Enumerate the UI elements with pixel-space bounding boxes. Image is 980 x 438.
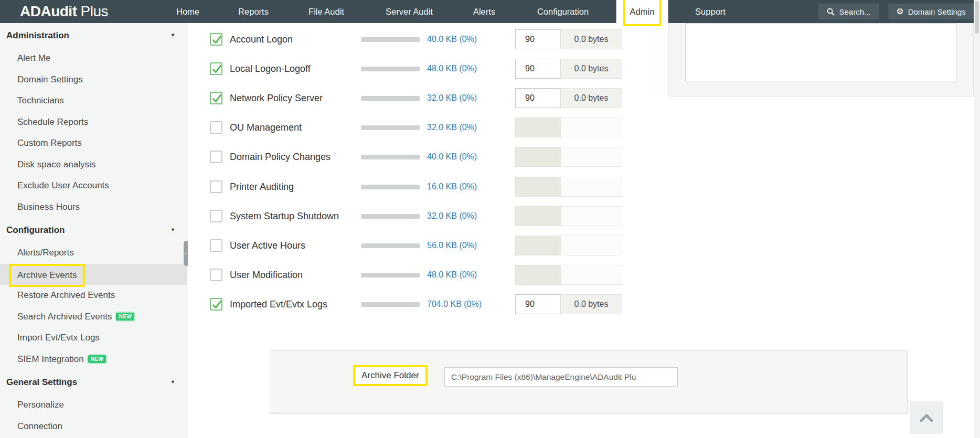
category-label: Imported Evt/Evtx Logs (230, 290, 327, 319)
nav-item-file-audit[interactable]: File Audit (308, 0, 344, 23)
scrollbar-thumb[interactable] (975, 1, 979, 34)
category-size-link[interactable]: 48.0 KB (0%) (427, 54, 477, 83)
sidebar-item-import-evt-evtx-logs[interactable]: Import Evt/Evtx Logs (0, 327, 187, 349)
checkbox-unchecked[interactable] (210, 210, 222, 222)
checkbox-checked[interactable] (210, 33, 222, 46)
category-size-link[interactable]: 32.0 KB (0%) (427, 201, 477, 231)
sidebar-item-connection[interactable]: Connection (0, 416, 187, 437)
vertical-scrollbar[interactable] (974, 0, 980, 438)
sidebar-item-restore-archived-events[interactable]: Restore Archived Events (0, 285, 187, 306)
category-size-link[interactable]: 56.0 KB (0%) (427, 231, 477, 260)
category-label: Local Logon-Logoff (230, 54, 311, 83)
scroll-to-top-button[interactable] (910, 401, 943, 434)
category-size-link[interactable]: 40.0 KB (0%) (427, 142, 477, 172)
sidebar-item-label: Import Evt/Evtx Logs (17, 333, 100, 343)
checkbox-unchecked[interactable] (210, 121, 222, 134)
category-size-link[interactable]: 704.0 KB (0%) (427, 290, 482, 319)
category-label: User Active Hours (230, 231, 305, 260)
sidebar-section-general-settings[interactable]: General Settings▼ (0, 370, 187, 394)
archived-size-readonly-empty (560, 236, 622, 255)
sidebar-item-exclude-user-accounts[interactable]: Exclude User Accounts (0, 175, 187, 197)
nav-item-alerts[interactable]: Alerts (473, 0, 495, 23)
category-size-link[interactable]: 16.0 KB (0%) (427, 172, 477, 201)
archive-row-imported-evt-evtx-logs: Imported Evt/Evtx Logs704.0 KB (0%)0.0 b… (188, 290, 635, 319)
domain-settings-button[interactable]: ⚙ Domain Settings (888, 4, 974, 19)
search-button-label: Search... (839, 7, 870, 16)
search-icon (827, 8, 835, 16)
nav-item-reports[interactable]: Reports (238, 0, 269, 23)
search-button[interactable]: Search... (818, 4, 879, 19)
retention-days-input[interactable] (515, 88, 560, 108)
category-size-link[interactable]: 32.0 KB (0%) (427, 83, 477, 113)
sidebar-section-administration[interactable]: Administration▼ (0, 23, 187, 48)
info-panel (668, 23, 974, 97)
retention-days-input-disabled (515, 177, 560, 197)
sidebar-item-label: Custom Reports (17, 138, 82, 148)
checkmark-icon (211, 299, 223, 311)
category-size-link[interactable]: 40.0 KB (0%) (427, 25, 477, 54)
checkmark-icon (211, 93, 223, 104)
nav-item-home[interactable]: Home (176, 0, 199, 23)
disk-usage-progress-bar (361, 273, 420, 277)
category-size-link[interactable]: 32.0 KB (0%) (427, 113, 477, 142)
sidebar-item-disk-space-analysis[interactable]: Disk space analysis (0, 154, 187, 176)
nav-item-configuration[interactable]: Configuration (537, 0, 589, 23)
retention-days-input-disabled (515, 147, 560, 167)
category-label: Printer Auditing (230, 172, 294, 201)
nav-item-admin[interactable]: Admin (616, 0, 668, 23)
retention-days-input-disabled (515, 265, 560, 285)
sidebar-item-personalize[interactable]: Personalize (0, 394, 187, 416)
checkbox-unchecked[interactable] (210, 151, 222, 163)
chevron-down-icon: ▼ (171, 218, 175, 242)
checkbox-checked[interactable] (210, 92, 222, 104)
sidebar-item-siem-integration[interactable]: SIEM IntegrationNEW (0, 349, 187, 370)
sidebar-section-label: Configuration (6, 225, 65, 235)
chevron-down-icon: ▼ (171, 23, 175, 48)
sidebar-collapse-icon[interactable]: ‹ (184, 241, 188, 266)
app-logo[interactable]: ADAuditPlus (20, 0, 108, 23)
checkbox-unchecked[interactable] (210, 180, 222, 193)
sidebar-item-label: Business Hours (17, 202, 80, 212)
sidebar-item-label: Alert Me (17, 53, 50, 63)
disk-usage-progress-bar (361, 302, 420, 307)
sidebar-section-configuration[interactable]: Configuration▼ (0, 218, 187, 242)
sidebar-item-schedule-reports[interactable]: Schedule Reports (0, 112, 187, 133)
archived-size-readonly-empty (560, 117, 622, 137)
archive-folder-input[interactable] (444, 367, 678, 387)
new-badge: NEW (88, 355, 106, 363)
retention-days-input[interactable] (515, 294, 560, 314)
category-label: OU Management (230, 113, 302, 142)
sidebar-item-label: Archive Events (9, 264, 85, 287)
archived-size-readonly: 0.0 bytes (560, 29, 622, 49)
sidebar-item-alert-me[interactable]: Alert Me (0, 48, 187, 69)
retention-days-input[interactable] (515, 59, 560, 79)
sidebar-item-custom-reports[interactable]: Custom Reports (0, 133, 187, 154)
sidebar-item-label: Alerts/Reports (17, 248, 74, 258)
sidebar-item-alerts-reports[interactable]: Alerts/Reports (0, 242, 187, 264)
archive-row-account-logon: Account Logon40.0 KB (0%)0.0 bytes (188, 25, 635, 54)
nav-item-support[interactable]: Support (695, 0, 726, 23)
checkbox-checked[interactable] (210, 298, 222, 311)
checkbox-checked[interactable] (210, 62, 222, 75)
retention-days-input-disabled (515, 117, 560, 137)
archived-size-readonly: 0.0 bytes (560, 294, 622, 314)
archived-size-readonly-empty (560, 206, 622, 226)
sidebar-item-technicians[interactable]: Technicians (0, 90, 187, 112)
nav-item-server-audit[interactable]: Server Audit (386, 0, 433, 23)
archived-size-readonly: 0.0 bytes (560, 88, 622, 108)
sidebar-item-domain-settings[interactable]: Domain Settings (0, 69, 187, 91)
category-size-link[interactable]: 48.0 KB (0%) (427, 260, 477, 290)
checkbox-unchecked[interactable] (210, 269, 222, 281)
disk-usage-progress-bar (361, 67, 420, 71)
sidebar-item-label: Disk space analysis (17, 159, 95, 169)
chevron-down-icon: ▼ (171, 370, 175, 394)
checkbox-unchecked[interactable] (210, 239, 222, 252)
sidebar-item-business-hours[interactable]: Business Hours (0, 197, 187, 218)
retention-days-input[interactable] (515, 29, 560, 49)
gear-icon: ⚙ (896, 7, 903, 16)
category-label: System Startup Shutdown (230, 201, 339, 231)
archive-row-local-logon-logoff: Local Logon-Logoff48.0 KB (0%)0.0 bytes (188, 54, 635, 83)
sidebar-item-archive-events[interactable]: Archive Events (0, 264, 187, 285)
sidebar-item-search-archived-events[interactable]: Search Archived EventsNEW (0, 306, 187, 328)
archive-folder-label: Archive Folder (353, 365, 428, 386)
